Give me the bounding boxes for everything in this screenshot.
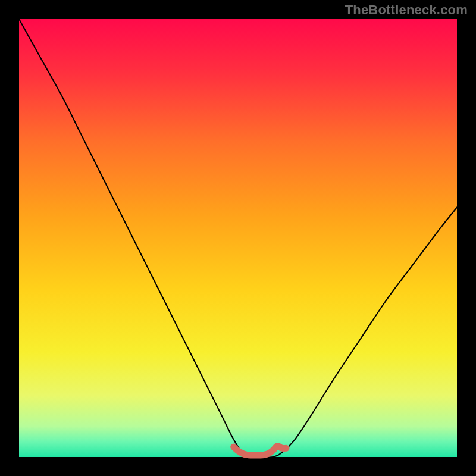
chart-svg bbox=[0, 0, 476, 476]
plot-background bbox=[19, 19, 457, 457]
watermark-text: TheBottleneck.com bbox=[345, 2, 468, 18]
chart-frame: TheBottleneck.com bbox=[0, 0, 476, 476]
